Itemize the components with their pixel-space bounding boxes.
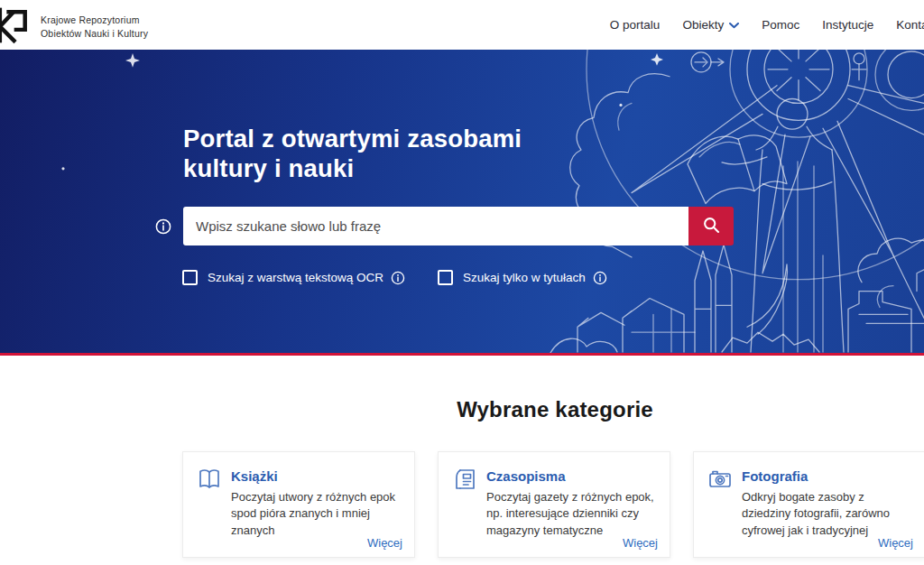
checkbox-ocr-box[interactable]: [182, 270, 198, 285]
category-card-czasopisma: Czasopisma Poczytaj gazety z różnych epo…: [438, 451, 670, 558]
logo[interactable]: Krajowe Repozytorium Obiektów Nauki i Ku…: [0, 5, 148, 48]
hero-title: Portal z otwartymi zasobami kultury i na…: [183, 124, 540, 183]
kronika-portal-page: { "header": { "logo": { "line1": "Krajow…: [0, 0, 924, 565]
nav-item-o-portalu[interactable]: O portalu: [610, 18, 661, 32]
search-info-icon[interactable]: [155, 218, 171, 235]
checkbox-ocr[interactable]: Szukaj z warstwą tekstową OCR: [182, 270, 405, 285]
nav-item-instytucje[interactable]: Instytucje: [822, 18, 873, 32]
main-nav: O portalu Obiekty Pomoc Instytucje Konta…: [610, 0, 924, 50]
card-title-ksiazki[interactable]: Książki: [231, 468, 402, 484]
card-title-fotografia[interactable]: Fotografia: [742, 468, 913, 484]
hero-illustration: [0, 50, 924, 353]
search-options: Szukaj z warstwą tekstową OCR Szukaj tyl…: [182, 270, 607, 285]
top-bar: Krajowe Repozytorium Obiektów Nauki i Ku…: [0, 0, 924, 50]
card-desc-fotografia: Odkryj bogate zasoby z dziedziny fotogra…: [742, 489, 913, 539]
nav-item-pomoc[interactable]: Pomoc: [762, 18, 799, 32]
checkbox-ocr-label: Szukaj z warstwą tekstową OCR: [208, 271, 383, 284]
checkbox-titles-box[interactable]: [438, 270, 453, 285]
kronika-logo-icon: [0, 5, 32, 48]
checkbox-titles[interactable]: Szukaj tylko w tytułach: [438, 270, 607, 285]
hero-banner: Portal z otwartymi zasobami kultury i na…: [0, 50, 924, 356]
category-card-fotografia: Fotografia Odkryj bogate zasoby z dziedz…: [693, 451, 924, 558]
more-link-czasopisma[interactable]: Więcej: [623, 536, 658, 550]
search-bar: [183, 207, 734, 245]
categories-title: Wybrane kategorie: [0, 397, 924, 422]
card-title-czasopisma[interactable]: Czasopisma: [486, 468, 658, 484]
card-desc-ksiazki: Poczytaj utwory z różnych epok spod piór…: [231, 489, 402, 539]
search-input[interactable]: [183, 207, 688, 245]
search-button[interactable]: [688, 207, 734, 245]
category-card-ksiazki: Książki Poczytaj utwory z różnych epok s…: [182, 451, 415, 558]
logo-text: Krajowe Repozytorium Obiektów Nauki i Ku…: [41, 14, 148, 40]
card-desc-czasopisma: Poczytaj gazety z różnych epok, np. inte…: [486, 489, 658, 539]
more-link-ksiazki[interactable]: Więcej: [367, 536, 402, 550]
chevron-down-icon: [729, 18, 739, 32]
camera-icon: [707, 467, 733, 539]
more-link-fotografia[interactable]: Więcej: [878, 536, 913, 550]
logo-line1: Krajowe Repozytorium: [41, 14, 140, 25]
checkbox-titles-label: Szukaj tylko w tytułach: [463, 271, 586, 284]
nav-item-kontakt[interactable]: Kontakt: [896, 18, 924, 32]
nav-item-obiekty[interactable]: Obiekty: [682, 18, 739, 32]
open-book-icon: [197, 467, 222, 539]
category-cards: Książki Poczytaj utwory z różnych epok s…: [182, 451, 924, 558]
info-icon[interactable]: [391, 271, 405, 285]
search-icon: [702, 216, 721, 237]
newspaper-icon: [452, 467, 477, 539]
info-icon[interactable]: [593, 271, 607, 285]
logo-line2: Obiektów Nauki i Kultury: [41, 28, 148, 39]
